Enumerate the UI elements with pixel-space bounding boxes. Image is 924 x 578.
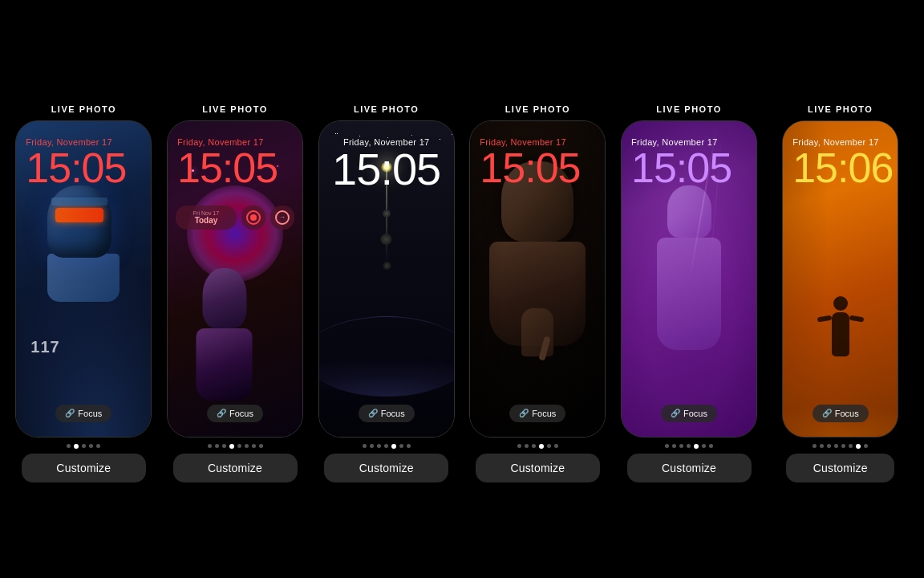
dot <box>237 444 241 448</box>
live-photo-label-2: LIVE PHOTO <box>202 104 267 114</box>
phone-frame-5[interactable]: Friday, November 17 15:05 🔗 Focus <box>621 120 757 438</box>
dots-row-2 <box>208 444 263 449</box>
dot <box>665 444 669 448</box>
dot <box>82 444 86 448</box>
focus-badge-1[interactable]: 🔗 Focus <box>55 405 111 422</box>
wallpaper-item-4: LIVE PHOTO Friday, Novembe <box>462 96 614 482</box>
dot <box>834 444 838 448</box>
dot <box>702 444 706 448</box>
dot <box>547 444 551 448</box>
dot <box>252 444 256 448</box>
widget-1: Fri Nov 17 Today <box>176 206 237 230</box>
live-photo-label-4: LIVE PHOTO <box>505 104 570 114</box>
dot <box>532 444 536 448</box>
dot-active <box>539 444 544 449</box>
dot <box>827 444 831 448</box>
dot-active <box>391 444 396 449</box>
dot <box>820 444 824 448</box>
dot <box>813 444 817 448</box>
customize-button-3[interactable]: Customize <box>324 454 448 482</box>
dots-row-5 <box>665 444 713 449</box>
widget-row-2: Fri Nov 17 Today → <box>176 206 294 230</box>
dot <box>407 444 411 448</box>
dot <box>96 444 100 448</box>
wallpaper-item-5: LIVE PHOTO Friday, Novembe <box>614 96 765 482</box>
dots-row-4 <box>517 444 558 449</box>
live-photo-label-1: LIVE PHOTO <box>51 104 116 114</box>
dot <box>399 444 403 448</box>
dot-active <box>229 444 234 449</box>
dot <box>517 444 521 448</box>
phone-frame-1[interactable]: 117 Friday, November 17 15:05 🔗 Focus <box>15 120 152 438</box>
focus-icon-6: 🔗 <box>822 409 832 417</box>
focus-badge-3[interactable]: 🔗 Focus <box>359 405 415 422</box>
dot <box>370 444 374 448</box>
wallpaper-item-2: LIVE PHOTO Frid <box>160 96 311 482</box>
wallpaper-item-1: LIVE PHOTO 117 <box>8 96 160 482</box>
clock-time-4: 15:05 <box>480 147 595 189</box>
dots-row-1 <box>67 444 100 449</box>
focus-icon-1: 🔗 <box>65 409 75 417</box>
phone-frame-2[interactable]: Friday, November 17 15:05 Fri Nov 17 Tod… <box>167 120 303 438</box>
focus-icon-3: 🔗 <box>368 409 378 417</box>
dot <box>841 444 845 448</box>
clock-time-2: 15:05 <box>177 147 293 189</box>
dot <box>245 444 249 448</box>
wallpaper-gallery: LIVE PHOTO 117 <box>0 96 924 482</box>
widget-2 <box>241 206 265 230</box>
widget-3: → <box>270 206 294 230</box>
dots-row-3 <box>363 444 411 449</box>
dot <box>215 444 219 448</box>
dot <box>67 444 71 448</box>
customize-button-5[interactable]: Customize <box>627 454 752 482</box>
dot <box>849 444 853 448</box>
focus-icon-5: 🔗 <box>671 409 680 417</box>
focus-badge-4[interactable]: 🔗 Focus <box>509 405 565 422</box>
dot <box>709 444 713 448</box>
focus-badge-2[interactable]: 🔗 Focus <box>207 405 263 422</box>
dot <box>384 444 388 448</box>
dot <box>672 444 676 448</box>
customize-button-2[interactable]: Customize <box>173 454 298 482</box>
dot <box>554 444 558 448</box>
clock-time-5: 15:05 <box>631 147 747 189</box>
phone-frame-3[interactable]: Friday, November 17 15:05 🔗 Focus <box>318 120 455 438</box>
clock-time-3: 15:05 <box>329 147 444 192</box>
focus-badge-5[interactable]: 🔗 Focus <box>661 405 717 422</box>
live-photo-label-5: LIVE PHOTO <box>656 104 721 114</box>
focus-badge-6[interactable]: 🔗 Focus <box>813 405 869 422</box>
dots-row-6 <box>813 444 868 449</box>
live-photo-label-6: LIVE PHOTO <box>808 104 873 114</box>
dot <box>864 444 868 448</box>
clock-time-6: 15:06 <box>792 147 888 189</box>
dot <box>89 444 93 448</box>
dot <box>377 444 381 448</box>
focus-icon-2: 🔗 <box>217 409 226 417</box>
dot-active <box>694 444 699 449</box>
customize-button-1[interactable]: Customize <box>22 454 146 482</box>
dot <box>363 444 367 448</box>
focus-icon-4: 🔗 <box>519 409 529 417</box>
dot <box>208 444 212 448</box>
dot <box>525 444 529 448</box>
live-photo-label-3: LIVE PHOTO <box>354 104 419 114</box>
customize-button-6[interactable]: Customize <box>786 454 894 482</box>
dot <box>687 444 691 448</box>
dot <box>222 444 226 448</box>
phone-frame-4[interactable]: Friday, November 17 15:05 🔗 Focus <box>469 120 606 438</box>
dot <box>679 444 683 448</box>
wallpaper-item-6: LIVE PHOTO <box>764 96 916 482</box>
phone-frame-6[interactable]: Friday, November 17 15:06 🔗 Focus <box>782 120 898 438</box>
wallpaper-item-3: LIVE PHOTO <box>310 96 462 482</box>
dot-active <box>74 444 79 449</box>
dot-active <box>856 444 861 449</box>
customize-button-4[interactable]: Customize <box>476 454 600 482</box>
clock-time-1: 15:05 <box>26 147 141 189</box>
dot <box>259 444 263 448</box>
